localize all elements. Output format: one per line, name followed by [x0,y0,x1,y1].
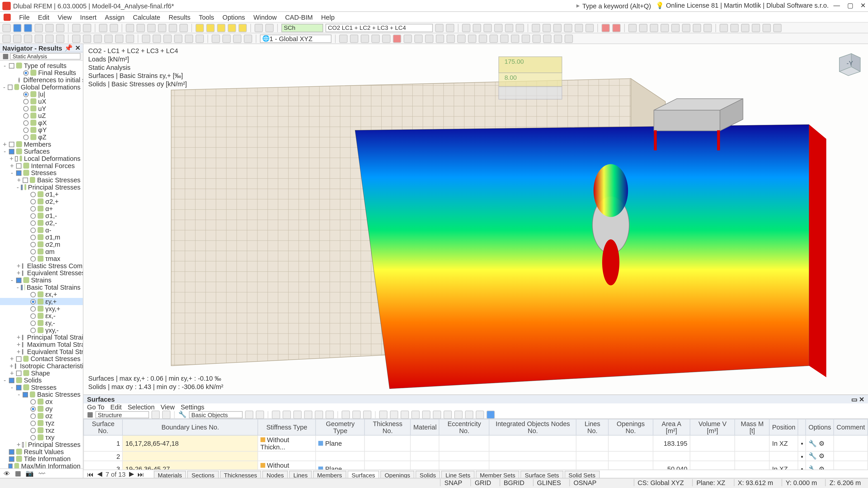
tree-item[interactable]: εy,- [0,320,83,327]
panel-tab[interactable]: Members [313,470,346,479]
surf2-icon[interactable] [153,34,161,43]
saveall-icon[interactable] [45,24,54,32]
menu-calculate[interactable]: Calculate [133,13,160,21]
results5-icon[interactable] [505,24,513,32]
tree-item[interactable]: +Shape [0,369,83,377]
panel-menu-settings[interactable]: Settings [181,403,204,411]
del1-icon[interactable] [601,24,610,32]
tree-radio[interactable] [31,313,36,319]
print-icon[interactable] [56,24,64,32]
tree-radio[interactable] [31,306,36,311]
move-icon[interactable] [24,34,32,43]
ptb1-icon[interactable] [272,410,280,419]
ptb3-icon[interactable] [293,410,302,419]
tree-checkbox[interactable] [16,356,21,361]
nav-mode-icon[interactable]: ▦ [2,53,8,60]
tree-radio[interactable] [31,399,36,404]
view4-icon[interactable] [564,24,572,32]
results6-icon[interactable] [516,24,524,32]
panel-tab[interactable]: Lines [289,470,312,479]
menu-insert[interactable]: Insert [80,13,96,21]
panel-tab[interactable]: Surfaces [347,470,379,479]
tree-radio[interactable] [31,327,36,333]
line5-icon[interactable] [115,34,123,43]
tree-item[interactable]: φX [0,119,83,126]
tree-item[interactable]: γxy,+ [0,305,83,312]
prev-lc-icon[interactable] [435,24,443,32]
table-row[interactable]: 2▪🔧 ⚙ [84,451,868,461]
tree-item[interactable]: σ2,+ [0,198,83,205]
redo-icon[interactable] [110,24,118,32]
menu-help[interactable]: Help [321,13,335,21]
cursor-icon[interactable] [2,34,11,43]
tree-radio[interactable] [31,206,36,211]
tree-checkbox[interactable] [9,456,14,462]
ptb14-icon[interactable] [422,410,430,419]
results2-icon[interactable] [473,24,481,32]
sup5-icon[interactable] [382,34,391,43]
view6-icon[interactable] [585,24,594,32]
view1-icon[interactable] [532,24,540,32]
panel-combo-basic[interactable]: Basic Objects [189,411,243,418]
ptb7-icon[interactable] [342,410,350,419]
ptb17-icon[interactable] [454,410,463,419]
menu-view[interactable]: View [58,13,72,21]
loadcase-combo[interactable]: CO2 LC1 + LC2 + LC3 + LC4 [326,24,433,32]
undo-icon[interactable] [99,24,107,32]
menu-assign[interactable]: Assign [105,13,125,21]
panel-close-icon[interactable]: ✕ [859,395,864,402]
panel-tab[interactable]: Materials [154,470,186,479]
close-button[interactable]: ✕ [860,2,866,9]
ptb10-icon[interactable] [379,410,388,419]
tree-item[interactable]: -Solids [0,377,83,384]
maximize-button[interactable]: ▢ [847,2,853,9]
tree-item[interactable]: uX [0,98,83,105]
tree-item[interactable]: +Local Deformations [0,155,83,162]
tree-item[interactable]: σz [0,412,83,420]
calc5-icon[interactable] [239,24,247,32]
table-header[interactable]: Integrated Objects Nodes No. [489,419,577,435]
load15-icon[interactable] [554,34,562,43]
tree-checkbox[interactable] [21,285,22,290]
tree-checkbox[interactable] [22,335,24,340]
results3-icon[interactable] [484,24,492,32]
surf5-icon[interactable] [185,34,193,43]
tree-radio[interactable] [31,199,36,204]
mesh2-icon[interactable] [266,24,274,32]
table-header[interactable]: Comment [834,419,868,435]
tree-item[interactable]: σx [0,398,83,405]
status-osnap[interactable]: OSNAP [569,479,600,486]
surf4-icon[interactable] [174,34,182,43]
panel-tab[interactable]: Solids [415,470,440,479]
misc6-icon[interactable] [773,24,782,32]
next-lc-icon[interactable] [446,24,454,32]
tree-item[interactable]: -Surfaces [0,148,83,155]
tree-radio[interactable] [31,249,36,254]
tree-radio[interactable] [23,92,29,97]
tree-radio[interactable] [31,435,36,440]
tree-checkbox[interactable] [22,342,24,347]
tree-item[interactable]: Final Results [0,69,83,76]
tree-checkbox[interactable] [23,177,28,183]
status-glines[interactable]: GLINES [533,479,565,486]
tree-radio[interactable] [23,113,29,119]
tree-item[interactable]: σy [0,405,83,412]
tree-item[interactable]: σ1,- [0,212,83,219]
menu-tools[interactable]: Tools [199,13,214,21]
tree-item[interactable]: -Type of results [0,62,83,69]
surfaces-table[interactable]: Surface No.Boundary Lines No.Stiffness T… [84,419,868,469]
ptb18-icon[interactable] [465,410,473,419]
status-bgrid[interactable]: BGRID [500,479,528,486]
tree-item[interactable]: +Principal Stresses [0,441,83,448]
sol3-icon[interactable] [233,34,241,43]
status-grid[interactable]: GRID [471,479,495,486]
panel-combo-structure[interactable]: Structure [95,411,149,418]
tree-item[interactable]: +Basic Stresses [0,176,83,184]
dim8-icon[interactable] [704,24,712,32]
tree-item[interactable]: +Maximum Total Strains [0,341,83,348]
table-row[interactable]: 116,17,28,65-47,18Without Thickn...Plane… [84,435,868,451]
panel-tab[interactable]: Openings [380,470,414,479]
table-header[interactable]: Options [806,419,834,435]
nav-foot-1-icon[interactable]: 👁 [4,470,10,477]
tree-item[interactable]: uZ [0,112,83,119]
